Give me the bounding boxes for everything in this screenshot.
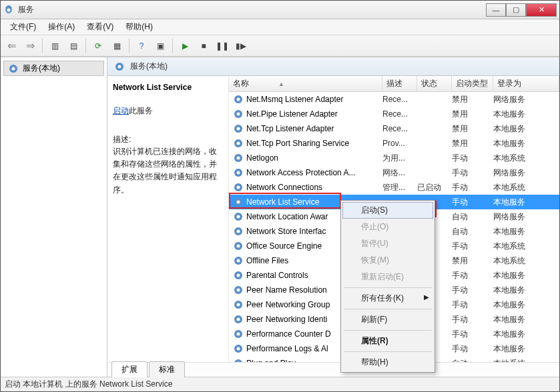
tab-standard[interactable]: 标准 — [149, 361, 185, 377]
col-state[interactable]: 状态 — [417, 76, 452, 91]
maximize-button[interactable]: ▢ — [506, 3, 526, 17]
ctx-refresh[interactable]: 刷新(F) — [342, 311, 433, 328]
service-startup: 手动 — [452, 329, 493, 340]
service-desc: Prov... — [382, 139, 417, 148]
gear-icon — [233, 285, 244, 295]
service-logon: 本地服务 — [493, 343, 559, 355]
start-suffix: 此服务 — [129, 106, 153, 115]
service-row[interactable]: Network Access Protection A...网络...手动网络服… — [229, 165, 559, 180]
service-row[interactable]: Net.Tcp Port Sharing ServiceProv...禁用本地服… — [229, 136, 559, 151]
services-window: 服务 — ▢ ✕ 文件(F) 操作(A) 查看(V) 帮助(H) ⇐ ⇒ ▥ ▤… — [0, 0, 560, 392]
col-name[interactable]: 名称▲ — [229, 76, 382, 91]
svg-point-13 — [237, 142, 240, 145]
gear-icon — [233, 329, 244, 339]
ctx-alltasks[interactable]: 所有任务(K)▶ — [342, 290, 433, 307]
gear-icon — [114, 61, 125, 72]
svg-point-11 — [237, 127, 240, 131]
gear-icon — [233, 109, 244, 119]
start-link[interactable]: 启动 — [113, 106, 129, 115]
restart-service-button[interactable]: ▮▶ — [233, 38, 249, 54]
ctx-restart: 重新启动(E) — [342, 269, 433, 285]
ctx-start[interactable]: 启动(S) — [342, 202, 433, 219]
ctx-help[interactable]: 帮助(H) — [342, 354, 433, 371]
menu-view[interactable]: 查看(V) — [81, 20, 119, 34]
minimize-button[interactable]: — — [486, 3, 506, 17]
ctx-sep — [344, 330, 432, 331]
svg-point-3 — [12, 67, 15, 70]
service-startup: 手动 — [452, 182, 493, 193]
svg-point-37 — [237, 318, 240, 321]
service-startup: 禁用 — [452, 123, 493, 135]
ctx-sep — [344, 287, 432, 288]
toolbar-sep — [42, 39, 43, 53]
gear-icon — [233, 211, 244, 222]
tree-node-services-local[interactable]: 服务(本地) — [3, 61, 104, 76]
content: Network List Service 启动此服务 描述: 识别计算机已连接的… — [107, 76, 559, 362]
service-desc: 网络... — [382, 167, 417, 179]
service-desc: Rece... — [382, 109, 417, 119]
service-startup: 禁用 — [452, 94, 493, 105]
service-logon: 本地服务 — [493, 138, 559, 149]
services-icon — [3, 5, 14, 15]
service-logon: 网络服务 — [493, 167, 559, 179]
service-desc: Rece... — [382, 124, 417, 133]
detail-pane: Network List Service 启动此服务 描述: 识别计算机已连接的… — [107, 76, 229, 362]
toolbar-sep — [85, 39, 86, 53]
window-buttons: — ▢ ✕ — [486, 3, 557, 17]
col-logon[interactable]: 登录为 — [493, 76, 559, 91]
close-button[interactable]: ✕ — [526, 3, 557, 17]
menu-help[interactable]: 帮助(H) — [120, 20, 158, 34]
ctx-properties[interactable]: 属性(R) — [342, 333, 433, 349]
window-title: 服务 — [18, 4, 486, 15]
service-startup: 自动 — [452, 211, 493, 223]
service-desc: 管理... — [382, 182, 417, 193]
show-hide-tree-button[interactable]: ▥ — [47, 38, 63, 54]
service-startup: 手动 — [452, 299, 493, 311]
svg-point-31 — [237, 274, 240, 277]
service-logon: 网络服务 — [493, 94, 559, 105]
svg-point-21 — [237, 201, 240, 204]
titlebar[interactable]: 服务 — ▢ ✕ — [1, 1, 559, 19]
detail-service-name: Network List Service — [113, 83, 223, 92]
svg-point-15 — [237, 157, 240, 160]
show-hide-console-button[interactable]: ▤ — [65, 38, 81, 54]
service-logon: 本地系统 — [493, 153, 559, 164]
menu-file[interactable]: 文件(F) — [5, 20, 41, 34]
svg-point-7 — [237, 98, 240, 101]
stop-service-button[interactable]: ■ — [196, 38, 212, 54]
properties-button[interactable]: ▣ — [152, 38, 168, 54]
service-startup: 手动 — [452, 241, 493, 252]
gear-icon — [233, 153, 244, 163]
tab-extended[interactable]: 扩展 — [111, 361, 148, 377]
col-desc[interactable]: 描述 — [382, 76, 417, 91]
gear-icon — [233, 226, 244, 237]
export-list-button[interactable]: ▦ — [109, 38, 125, 54]
start-service-button[interactable]: ▶ — [177, 38, 193, 54]
panel-header: 服务(本地) — [107, 57, 559, 76]
ctx-sep — [344, 351, 432, 352]
service-row[interactable]: Net.Tcp Listener AdapterRece...禁用本地服务 — [229, 121, 559, 136]
svg-point-27 — [237, 245, 240, 248]
pause-service-button[interactable]: ❚❚ — [214, 38, 230, 54]
gear-icon — [233, 270, 244, 281]
menu-action[interactable]: 操作(A) — [43, 20, 80, 34]
body: 服务(本地) 服务(本地) Network List Service 启动此服务… — [1, 57, 559, 377]
service-logon: 本地服务 — [493, 329, 559, 340]
toolbar: ⇐ ⇒ ▥ ▤ ⟳ ▦ ? ▣ ▶ ■ ❚❚ ▮▶ — [1, 35, 559, 57]
help-button[interactable]: ? — [133, 38, 150, 54]
col-startup[interactable]: 启动类型 — [452, 76, 493, 91]
gear-icon — [8, 63, 19, 74]
back-button[interactable]: ⇐ — [3, 38, 19, 54]
toolbar-sep — [172, 39, 173, 53]
service-row[interactable]: Network Connections管理...已启动手动本地系统 — [229, 180, 559, 195]
refresh-button[interactable]: ⟳ — [90, 38, 106, 54]
service-row[interactable]: Net.Pipe Listener AdapterRece...禁用本地服务 — [229, 107, 559, 121]
service-logon: 本地服务 — [493, 197, 559, 208]
service-row[interactable]: Net.Msmq Listener AdapterRece...禁用网络服务 — [229, 92, 559, 107]
left-tree: 服务(本地) — [1, 57, 107, 377]
service-logon: 本地系统 — [493, 255, 559, 267]
panel-heading: 服务(本地) — [130, 61, 168, 72]
service-logon: 本地系统 — [493, 182, 559, 193]
service-row[interactable]: Netlogon为用...手动本地系统 — [229, 151, 559, 165]
forward-button[interactable]: ⇒ — [22, 38, 38, 54]
